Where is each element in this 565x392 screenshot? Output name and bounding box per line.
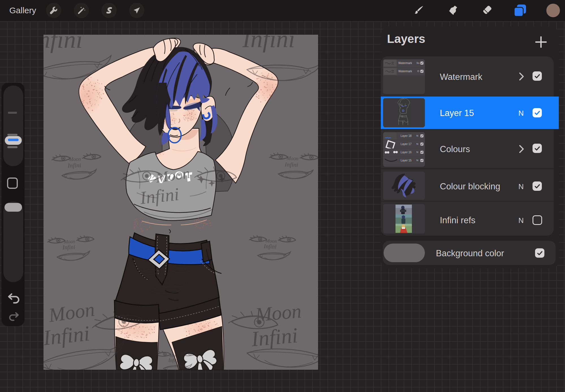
- svg-text:Moon: Moon: [158, 270, 171, 276]
- svg-text:Infini: Infini: [156, 276, 171, 283]
- svg-text:Infini: Infini: [284, 161, 298, 168]
- svg-text:Moon: Moon: [169, 353, 180, 358]
- svg-text:Infini: Infini: [67, 162, 81, 169]
- svg-text:Infini: Infini: [242, 35, 295, 52]
- svg-text:Infini: Infini: [44, 35, 82, 53]
- svg-text:Infini: Infini: [62, 244, 75, 251]
- svg-text:Moon: Moon: [286, 156, 299, 161]
- svg-text:Moon: Moon: [64, 239, 75, 244]
- svg-text:Moon: Moon: [69, 156, 81, 162]
- svg-text:Infini: Infini: [263, 243, 277, 250]
- svg-text:Infini: Infini: [168, 358, 179, 363]
- svg-text:Moon: Moon: [265, 238, 277, 244]
- svg-text:Infini: Infini: [139, 184, 180, 208]
- svg-text:Infini: Infini: [250, 323, 299, 351]
- svg-text:Infini: Infini: [44, 321, 91, 350]
